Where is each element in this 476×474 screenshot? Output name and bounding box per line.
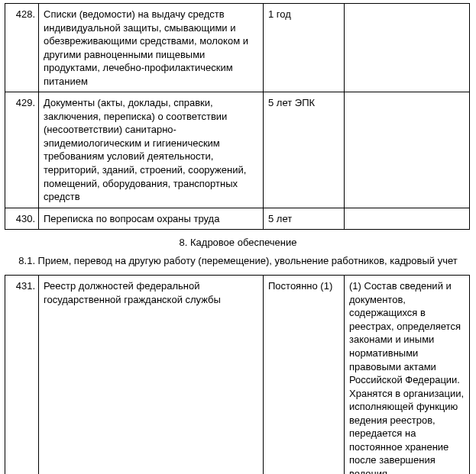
- row-term: 5 лет: [264, 208, 345, 230]
- row-description: Документы (акты, доклады, справки, заклю…: [39, 92, 264, 208]
- row-number: 431.: [5, 276, 39, 474]
- row-number: 428.: [5, 4, 39, 92]
- records-table-bottom: 431. Реестр должностей федеральной госуд…: [5, 275, 470, 474]
- records-table-top: 428. Списки (ведомости) на выдачу средст…: [5, 3, 470, 230]
- row-number: 429.: [5, 92, 39, 208]
- table-row: 430. Переписка по вопросам охраны труда …: [5, 208, 470, 230]
- row-note: (1) Состав сведений и документов, содерж…: [345, 276, 470, 474]
- row-note: [345, 92, 470, 208]
- row-number: 430.: [5, 208, 39, 230]
- row-term: Постоянно (1): [264, 276, 345, 474]
- table-row: 428. Списки (ведомости) на выдачу средст…: [5, 4, 470, 92]
- row-term: 1 год: [264, 4, 345, 92]
- row-note: [345, 4, 470, 92]
- table-row: 429. Документы (акты, доклады, справки, …: [5, 92, 470, 208]
- row-note: [345, 208, 470, 230]
- row-description: Переписка по вопросам охраны труда: [39, 208, 264, 230]
- row-description: Списки (ведомости) на выдачу средств инд…: [39, 4, 264, 92]
- row-term: 5 лет ЭПК: [264, 92, 345, 208]
- section-heading: 8. Кадровое обеспечение: [5, 230, 471, 251]
- subsection-heading: 8.1. Прием, перевод на другую работу (пе…: [5, 251, 471, 276]
- row-description: Реестр должностей федеральной государств…: [39, 276, 264, 474]
- table-row: 431. Реестр должностей федеральной госуд…: [5, 276, 470, 474]
